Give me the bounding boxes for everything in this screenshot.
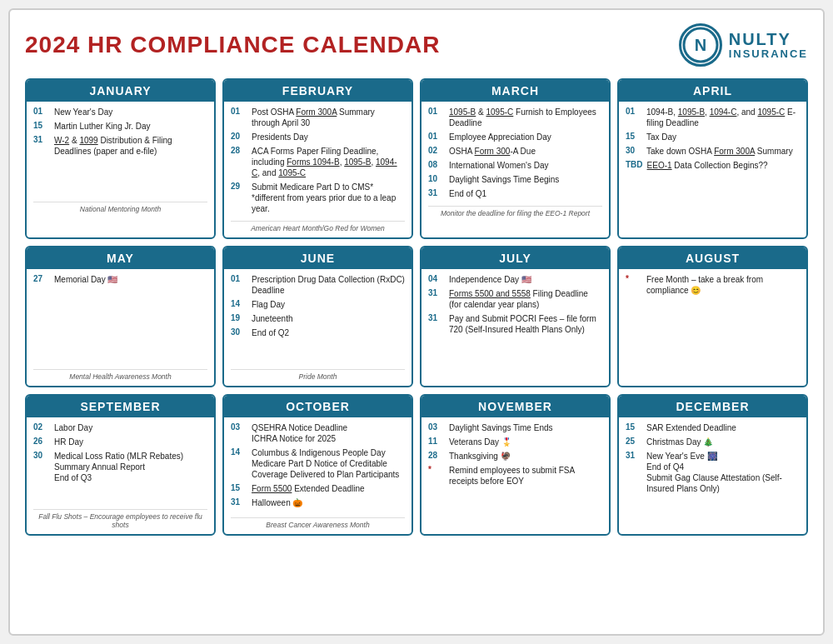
event-text: 1094-B, 1095-B, 1094-C, and 1095-C E-fil… (646, 107, 800, 128)
event-day: 29 (231, 182, 247, 191)
event-row: 31Pay and Submit POCRI Fees – file form … (428, 313, 602, 335)
event-row: 01Post OSHA Form 300A Summary through Ap… (231, 107, 405, 128)
event-text: Memorial Day 🇺🇸 (54, 274, 117, 285)
event-row: 27Memorial Day 🇺🇸 (33, 274, 207, 285)
event-row: 14Columbus & Indigenous People DayMedica… (231, 447, 405, 480)
event-row: 15SAR Extended Deadline (626, 422, 800, 433)
event-day: 28 (428, 451, 445, 460)
month-header-november: NOVEMBER (421, 396, 609, 417)
event-text: Post OSHA Form 300A Summary through Apri… (252, 107, 405, 128)
page-title: 2024 HR COMPLIANCE CALENDAR (25, 32, 440, 58)
month-header-april: APRIL (619, 80, 806, 102)
event-day: 25 (626, 437, 642, 446)
event-row: 01Employee Appreciation Day (428, 132, 602, 142)
month-body-november: 03Daylight Savings Time Ends11Veterans D… (421, 417, 609, 534)
calendar-grid: JANUARY01New Year's Day15Martin Luther K… (25, 78, 808, 536)
event-text: End of Q2 (252, 327, 289, 338)
month-body-august: *Free Month – take a break from complian… (619, 269, 806, 386)
event-day: 01 (33, 107, 50, 116)
event-text: New Year's Day (54, 107, 112, 117)
month-body-june: 01Prescription Drug Data Collection (RxD… (224, 269, 412, 386)
month-footer: Pride Month (231, 369, 405, 381)
event-text: Presidents Day (252, 132, 308, 142)
event-day: 04 (428, 274, 445, 283)
event-text: Daylight Savings Time Ends (449, 422, 553, 433)
event-row: 31W-2 & 1099 Distribution & Filing Deadl… (33, 135, 207, 157)
event-text: EEO-1 Data Collection Begins?? (647, 160, 768, 171)
event-text: International Women's Day (449, 160, 549, 171)
month-header-december: DECEMBER (619, 396, 806, 417)
month-footer: Breast Cancer Awareness Month (231, 517, 405, 529)
month-card-february: FEBRUARY01Post OSHA Form 300A Summary th… (222, 78, 413, 239)
event-text: 1095-B & 1095-C Furnish to Employees Dea… (449, 107, 602, 128)
event-text: Employee Appreciation Day (449, 132, 551, 142)
month-footer: American Heart Month/Go Red for Women (231, 221, 405, 232)
event-day: 01 (231, 274, 247, 283)
month-card-july: JULY04Independence Day 🇺🇸31Forms 5500 an… (420, 246, 611, 387)
month-footer: National Mentoring Month (33, 202, 207, 213)
event-row: 20Presidents Day (231, 132, 405, 142)
event-day: 15 (626, 422, 642, 432)
event-day: 19 (231, 313, 247, 322)
event-text: Thanksgiving 🦃 (449, 451, 511, 462)
event-text: QSEHRA Notice DeadlineICHRA Notice for 2… (252, 422, 347, 444)
event-text: Forms 5500 and 5558 Filing Deadline (for… (449, 288, 602, 310)
event-row: 28ACA Forms Paper Filing Deadline, inclu… (231, 146, 405, 178)
event-day: 02 (33, 422, 50, 432)
event-text: Take down OSHA Form 300A Summary (646, 146, 793, 157)
event-row: 02OSHA Form 300-A Due (428, 146, 602, 157)
event-day: 20 (231, 132, 247, 141)
event-day: 31 (428, 188, 445, 197)
event-text: Pay and Submit POCRI Fees – file form 72… (449, 313, 602, 335)
event-row: 30Take down OSHA Form 300A Summary (626, 146, 800, 157)
event-text: Form 5500 Extended Deadline (252, 483, 365, 494)
event-row: *Free Month – take a break from complian… (626, 274, 800, 296)
event-row: 03QSEHRA Notice DeadlineICHRA Notice for… (231, 422, 405, 444)
event-text: OSHA Form 300-A Due (449, 146, 536, 157)
event-row: 04Independence Day 🇺🇸 (428, 274, 602, 285)
month-body-october: 03QSEHRA Notice DeadlineICHRA Notice for… (224, 417, 412, 534)
logo-name: NULTY (729, 30, 808, 48)
event-text: Columbus & Indigenous People DayMedicare… (252, 447, 405, 480)
event-day: 31 (428, 288, 445, 297)
event-day: 14 (231, 447, 247, 457)
event-text: Daylight Savings Time Begins (449, 174, 559, 185)
month-header-may: MAY (27, 247, 214, 269)
event-text: Medical Loss Ratio (MLR Rebates) Summary… (54, 451, 207, 483)
month-card-november: NOVEMBER03Daylight Savings Time Ends11Ve… (420, 394, 611, 536)
event-row: 011095-B & 1095-C Furnish to Employees D… (428, 107, 602, 128)
event-day: 08 (428, 160, 445, 169)
header: 2024 HR COMPLIANCE CALENDAR N NULTY INSU… (25, 23, 808, 67)
month-footer: Fall Flu Shots – Encourage employees to … (33, 509, 207, 529)
event-text: Independence Day 🇺🇸 (449, 274, 531, 285)
event-day: 11 (428, 437, 445, 446)
event-day: 15 (626, 132, 642, 141)
logo-text: NULTY INSURANCE (729, 30, 808, 60)
event-day: 01 (428, 132, 445, 141)
event-row: 31New Year's Eve 🎆End of Q4Submit Gag Cl… (626, 451, 800, 494)
event-day: 10 (428, 174, 445, 183)
month-card-october: OCTOBER03QSEHRA Notice DeadlineICHRA Not… (222, 394, 413, 536)
event-row: 31End of Q1 (428, 188, 602, 199)
event-day: 30 (231, 327, 247, 337)
event-row: 10Daylight Savings Time Begins (428, 174, 602, 185)
event-text: Christmas Day 🎄 (646, 437, 713, 447)
month-body-may: 27Memorial Day 🇺🇸Mental Health Awareness… (27, 269, 214, 386)
event-day: TBD (626, 160, 643, 169)
event-text: Juneteenth (252, 313, 293, 324)
event-day: 14 (231, 299, 247, 308)
month-card-january: JANUARY01New Year's Day15Martin Luther K… (25, 78, 216, 239)
month-header-february: FEBRUARY (224, 80, 412, 102)
event-row: 29Submit Medicare Part D to CMS**differe… (231, 182, 405, 214)
month-card-august: AUGUST*Free Month – take a break from co… (617, 246, 808, 387)
event-day: 02 (428, 146, 445, 155)
month-header-july: JULY (421, 247, 609, 269)
event-text: Labor Day (54, 422, 92, 433)
event-text: Free Month – take a break from complianc… (646, 274, 800, 296)
month-header-october: OCTOBER (224, 396, 412, 417)
event-day: 01 (231, 107, 247, 116)
event-day: 30 (33, 451, 50, 460)
event-row: 28Thanksgiving 🦃 (428, 451, 602, 462)
event-day: 26 (33, 437, 50, 446)
event-text: Veterans Day 🎖️ (449, 437, 511, 447)
